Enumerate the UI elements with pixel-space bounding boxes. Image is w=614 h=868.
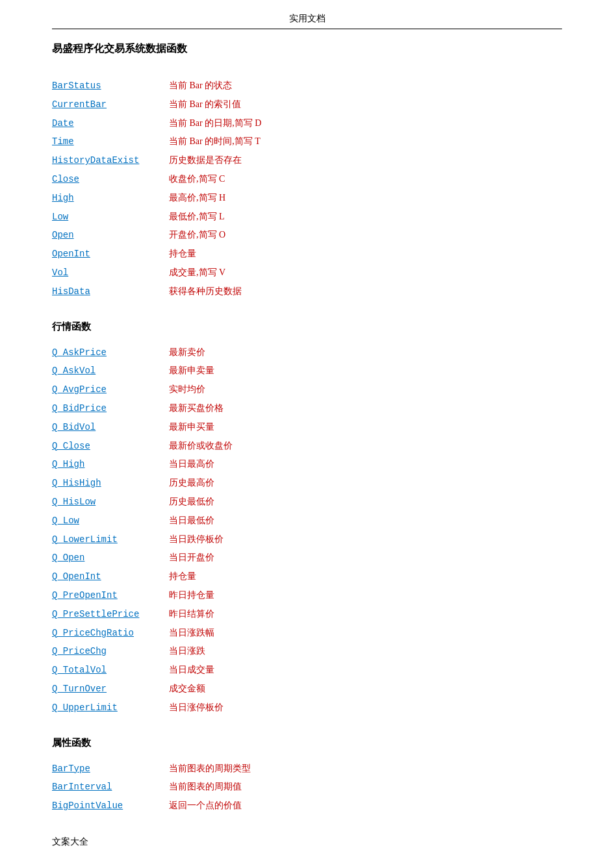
func-desc: 开盘价,简写 O [169,227,225,243]
func-desc: 当前 Bar 的状态 [169,78,232,93]
func-link-q_hishigh[interactable]: Q_HisHigh [52,476,156,491]
func-link-q_open[interactable]: Q_Open [52,551,156,566]
list-item: Q_BidPrice最新买盘价格 [52,401,562,417]
market-functions-section: 行情函数Q_AskPrice最新卖价Q_AskVol最新申卖量Q_AvgPric… [52,321,562,725]
func-link-q_hislow[interactable]: Q_HisLow [52,495,156,510]
header-line: 实用文档 [52,13,562,29]
list-item: Open开盘价,简写 O [52,227,562,243]
func-desc: 历史数据是否存在 [169,153,242,168]
func-desc: 收盘价,简写 C [169,171,225,187]
func-link-q_turnover[interactable]: Q_TurnOver [52,682,156,697]
func-link-q_openint[interactable]: Q_OpenInt [52,569,156,585]
func-desc: 最新卖价 [169,345,205,360]
header-title: 实用文档 [289,14,326,23]
list-item: Q_TotalVol当日成交量 [52,662,562,678]
func-link-q_bidvol[interactable]: Q_BidVol [52,420,156,436]
list-item: BarType当前图表的周期类型 [52,761,562,777]
list-item: Q_LowerLimit当日跌停板价 [52,532,562,548]
func-desc: 当前 Bar 的时间,简写 T [169,134,261,149]
list-item: Q_Low当日最低价 [52,513,562,529]
func-link-high[interactable]: High [52,191,156,206]
func-desc: 当日涨停板价 [169,700,224,715]
list-item: Q_High当日最高价 [52,456,562,473]
func-desc: 持仓量 [169,569,196,584]
list-item: Q_PreSettlePrice昨日结算价 [52,606,562,623]
list-item: Q_PriceChgRatio当日涨跌幅 [52,625,562,641]
page-container: 实用文档 易盛程序化交易系统数据函数 BarStatus当前 Bar 的状态Cu… [0,0,614,868]
func-link-hisdata[interactable]: HisData [52,284,156,300]
func-desc: 当前图表的周期类型 [169,761,251,776]
data-functions-section: BarStatus当前 Bar 的状态CurrentBar当前 Bar 的索引值… [52,78,562,309]
func-desc: 返回一个点的价值 [169,798,242,813]
list-item: Q_HisLow历史最低价 [52,494,562,510]
func-link-q_askprice[interactable]: Q_AskPrice [52,345,156,361]
list-item: Q_HisHigh历史最高价 [52,475,562,491]
func-desc: 实时均价 [169,382,205,397]
func-desc: 最新价或收盘价 [169,438,233,454]
func-link-time[interactable]: Time [52,134,156,150]
func-link-q_upperlimit[interactable]: Q_UpperLimit [52,701,156,716]
list-item: BarStatus当前 Bar 的状态 [52,78,562,94]
func-desc: 当日跌停板价 [169,532,224,547]
list-item: Vol成交量,简写 V [52,265,562,281]
func-link-q_bidprice[interactable]: Q_BidPrice [52,401,156,417]
func-link-bigpointvalue[interactable]: BigPointValue [52,799,156,814]
func-link-q_avgprice[interactable]: Q_AvgPrice [52,382,156,398]
list-item: Q_Close最新价或收盘价 [52,438,562,454]
func-desc: 最新买盘价格 [169,401,224,416]
list-item: Low最低价,简写 L [52,209,562,225]
list-item: High最高价,简写 H [52,190,562,206]
list-item: Q_AskPrice最新卖价 [52,345,562,361]
func-desc: 当前 Bar 的索引值 [169,97,241,112]
func-link-q_askvol[interactable]: Q_AskVol [52,364,156,379]
func-link-date[interactable]: Date [52,116,156,132]
list-item: BigPointValue返回一个点的价值 [52,798,562,814]
func-desc: 最高价,简写 H [169,190,225,206]
func-link-vol[interactable]: Vol [52,266,156,281]
func-link-q_low[interactable]: Q_Low [52,514,156,529]
func-link-bartype[interactable]: BarType [52,762,156,777]
func-desc: 当日最低价 [169,513,214,528]
func-desc: 历史最低价 [169,494,214,510]
func-desc: 当前图表的周期值 [169,779,242,795]
func-link-q_pricechgratio[interactable]: Q_PriceChgRatio [52,626,156,641]
func-link-q_preopenint[interactable]: Q_PreOpenInt [52,588,156,604]
func-link-barinterval[interactable]: BarInterval [52,780,156,795]
footer-text: 文案大全 [52,836,562,848]
func-link-q_high[interactable]: Q_High [52,457,156,473]
list-item: Q_AvgPrice实时均价 [52,382,562,398]
func-link-historydataexist[interactable]: HistoryDataExist [52,153,156,169]
list-item: Q_PreOpenInt昨日持仓量 [52,588,562,604]
func-link-q_lowerlimit[interactable]: Q_LowerLimit [52,532,156,548]
func-link-q_presettleprice[interactable]: Q_PreSettlePrice [52,607,156,623]
func-link-low[interactable]: Low [52,210,156,225]
func-link-q_pricechg[interactable]: Q_PriceChg [52,644,156,660]
func-link-currentbar[interactable]: CurrentBar [52,97,156,113]
property-functions-section: 属性函数BarType当前图表的周期类型BarInterval当前图表的周期值B… [52,737,562,823]
func-link-openint[interactable]: OpenInt [52,247,156,262]
func-link-close[interactable]: Close [52,172,156,188]
func-link-q_close[interactable]: Q_Close [52,439,156,454]
list-item: Close收盘价,简写 C [52,171,562,188]
func-desc: 历史最高价 [169,475,214,491]
func-desc: 最低价,简写 L [169,209,225,225]
section-subtitle-market_functions: 行情函数 [52,321,562,333]
list-item: Q_PriceChg当日涨跌 [52,643,562,660]
list-item: Q_OpenInt持仓量 [52,569,562,585]
list-item: Q_UpperLimit当日涨停板价 [52,700,562,716]
func-desc: 成交量,简写 V [169,265,225,280]
list-item: Q_Open当日开盘价 [52,550,562,566]
main-title: 易盛程序化交易系统数据函数 [52,42,562,56]
func-desc: 成交金额 [169,681,205,697]
func-link-barstatus[interactable]: BarStatus [52,79,156,94]
list-item: Date当前 Bar 的日期,简写 D [52,116,562,132]
func-desc: 当日开盘价 [169,550,214,565]
func-desc: 持仓量 [169,246,196,262]
func-desc: 当日涨跌幅 [169,625,214,641]
list-item: Q_BidVol最新申买量 [52,419,562,436]
func-desc: 昨日持仓量 [169,588,214,603]
func-link-open[interactable]: Open [52,228,156,243]
func-desc: 当日涨跌 [169,643,205,659]
func-link-q_totalvol[interactable]: Q_TotalVol [52,663,156,678]
list-item: Q_TurnOver成交金额 [52,681,562,697]
